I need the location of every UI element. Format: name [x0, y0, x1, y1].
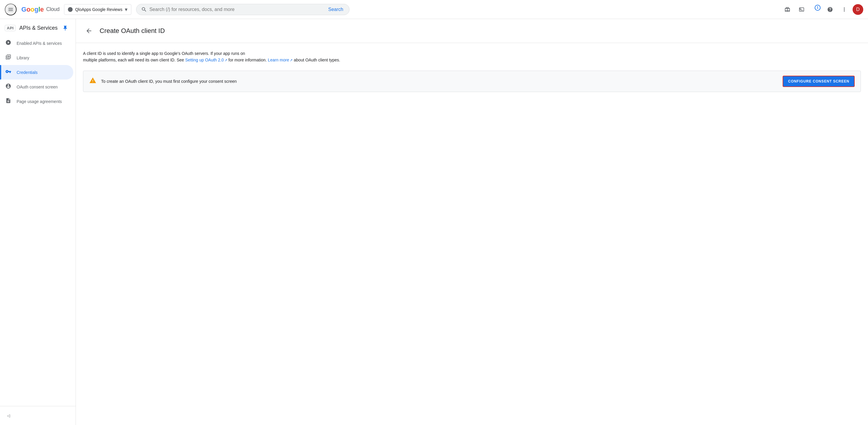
library-icon	[5, 54, 12, 61]
sidebar-title: APIs & Services	[19, 25, 58, 31]
back-button[interactable]	[83, 25, 95, 37]
sidebar-navigation: Enabled APIs & services Library Credenti…	[0, 36, 75, 406]
alert-left: To create an OAuth client ID, you must f…	[89, 77, 237, 86]
menu-icon	[8, 6, 13, 12]
description-line1: A client ID is used to identify a single…	[83, 51, 245, 56]
search-input[interactable]	[149, 7, 324, 12]
sidebar-item-label-page-usage: Page usage agreements	[17, 99, 62, 104]
notification-badge: 1	[815, 5, 820, 11]
more-options-button[interactable]	[838, 4, 850, 16]
alert-message: To create an OAuth client ID, you must f…	[101, 79, 237, 84]
content-header: Create OAuth client ID	[76, 19, 868, 43]
sidebar-item-page-usage[interactable]: Page usage agreements	[0, 94, 73, 109]
learn-more-link[interactable]: Learn more ↗	[268, 58, 294, 62]
help-button[interactable]	[824, 4, 836, 16]
avatar[interactable]: D	[852, 4, 863, 15]
gift-icon	[784, 6, 790, 12]
sidebar-item-library[interactable]: Library	[0, 51, 73, 65]
sidebar: API APIs & Services Enabled APIs & servi…	[0, 19, 76, 425]
configure-consent-screen-button[interactable]: CONFIGURE CONSENT SCREEN	[783, 76, 855, 87]
enabled-apis-icon	[5, 39, 12, 47]
description-line3: for more information.	[228, 58, 267, 62]
description-text: A client ID is used to identify a single…	[83, 50, 350, 63]
hamburger-menu[interactable]	[5, 4, 17, 16]
more-vert-icon	[841, 6, 847, 12]
gift-button[interactable]	[781, 4, 793, 16]
notifications-button[interactable]: 1	[810, 4, 822, 16]
cloud-text: Cloud	[46, 6, 60, 12]
sidebar-item-label-library: Library	[17, 56, 29, 60]
description-line2: multiple platforms, each will need its o…	[83, 58, 184, 62]
navbar-right-actions: 1 D	[781, 4, 863, 16]
collapse-icon: ◁	[7, 414, 10, 418]
main-layout: API APIs & Services Enabled APIs & servi…	[0, 19, 868, 425]
navbar: Google Cloud QloApps Google Reviews ▾ Se…	[0, 0, 868, 19]
content-body: A client ID is used to identify a single…	[76, 43, 868, 99]
sidebar-item-oauth-consent[interactable]: OAuth consent screen	[0, 80, 73, 94]
project-dot-icon	[68, 7, 73, 12]
project-selector[interactable]: QloApps Google Reviews ▾	[64, 4, 131, 15]
cloud-shell-button[interactable]	[796, 4, 808, 16]
project-name: QloApps Google Reviews	[75, 7, 122, 12]
sidebar-item-label-oauth-consent: OAuth consent screen	[17, 85, 58, 89]
description-line4: about OAuth client types.	[294, 58, 340, 62]
project-dropdown-icon: ▾	[125, 6, 127, 13]
help-icon	[827, 6, 833, 12]
page-title: Create OAuth client ID	[100, 27, 165, 35]
google-cloud-logo[interactable]: Google Cloud	[21, 6, 59, 13]
terminal-icon	[799, 6, 805, 12]
sidebar-item-label-credentials: Credentials	[17, 70, 38, 75]
oauth-setup-link[interactable]: Setting up OAuth 2.0 ↗	[185, 58, 228, 62]
sidebar-item-credentials[interactable]: Credentials	[0, 65, 73, 80]
search-button[interactable]: Search	[327, 7, 344, 12]
page-usage-icon	[5, 97, 12, 105]
external-link-icon1: ↗	[224, 58, 227, 62]
back-arrow-icon	[85, 27, 92, 34]
active-indicator	[0, 65, 1, 80]
api-badge: API	[5, 25, 16, 31]
sidebar-item-enabled-apis[interactable]: Enabled APIs & services	[0, 36, 73, 51]
sidebar-footer: ◁	[0, 406, 75, 425]
content-area: Create OAuth client ID A client ID is us…	[76, 19, 868, 425]
pin-icon	[62, 25, 68, 31]
external-link-icon2: ↗	[290, 58, 292, 62]
warning-icon	[89, 77, 96, 86]
sidebar-item-label-enabled-apis: Enabled APIs & services	[17, 41, 62, 46]
oauth-consent-icon	[5, 83, 12, 90]
alert-banner: To create an OAuth client ID, you must f…	[83, 70, 861, 92]
search-bar[interactable]: Search	[136, 4, 349, 15]
google-logo-text: Google	[21, 6, 44, 13]
search-icon	[141, 6, 147, 12]
sidebar-header: API APIs & Services	[0, 19, 75, 36]
collapse-sidebar-button[interactable]: ◁	[5, 411, 71, 420]
credentials-icon	[5, 68, 12, 76]
